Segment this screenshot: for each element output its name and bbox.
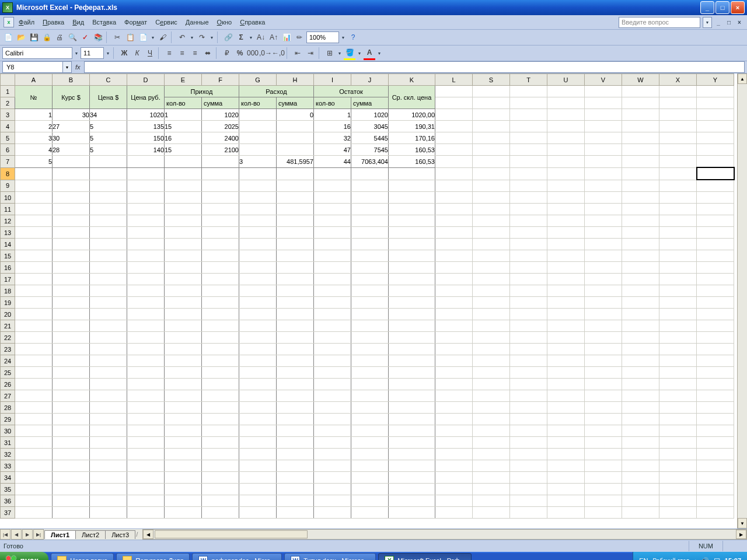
hyperlink-button[interactable]: 🔗	[222, 32, 234, 43]
redo-button[interactable]: ↷	[196, 32, 208, 43]
col-J[interactable]: J	[351, 74, 389, 86]
currency-button[interactable]: ₽	[221, 47, 233, 59]
print-preview-button[interactable]: 🔍	[67, 32, 78, 43]
zoom-dropdown[interactable]: ▼	[340, 36, 346, 40]
redo-dropdown[interactable]: ▼	[209, 36, 215, 40]
merge-center-button[interactable]: ⬌	[202, 47, 214, 59]
col-T[interactable]: T	[510, 74, 547, 86]
tab-nav-prev[interactable]: ◀	[11, 529, 22, 540]
menu-help[interactable]: Справка	[240, 19, 265, 26]
col-A[interactable]: A	[15, 74, 53, 86]
row-17[interactable]: 17	[1, 274, 15, 285]
sheet-tab-3[interactable]: Лист3	[105, 530, 135, 539]
col-E[interactable]: E	[165, 74, 202, 86]
hdr-rashod[interactable]: Расход	[239, 86, 314, 97]
help-search-dropdown[interactable]: ▼	[703, 17, 712, 28]
minimize-button[interactable]: _	[700, 1, 714, 14]
row-16[interactable]: 16	[1, 262, 15, 274]
col-W[interactable]: W	[622, 74, 659, 86]
row-36[interactable]: 36	[1, 495, 15, 507]
hdr-tsena-usd[interactable]: Цена $	[90, 86, 127, 109]
row-15[interactable]: 15	[1, 250, 15, 262]
col-D[interactable]: D	[127, 74, 165, 86]
workbook-icon[interactable]: x	[4, 17, 14, 27]
row-34[interactable]: 34	[1, 472, 15, 484]
name-box[interactable]: Y8	[2, 61, 63, 73]
borders-dropdown[interactable]: ▼	[337, 51, 343, 55]
row-1[interactable]: 1	[1, 86, 15, 97]
hdr-sklad[interactable]: Ср. скл. цена	[389, 86, 435, 109]
hdr-r-kolvo[interactable]: кол-во	[239, 97, 277, 109]
col-L[interactable]: L	[435, 74, 473, 86]
comma-button[interactable]: 000	[247, 47, 259, 59]
font-size-box[interactable]: 11	[81, 47, 104, 59]
scroll-left-button[interactable]: ◀	[143, 530, 153, 539]
increase-decimal-button[interactable]: ,0→	[260, 47, 271, 59]
scroll-right-button[interactable]: ▶	[736, 530, 746, 539]
col-X[interactable]: X	[659, 74, 697, 86]
align-left-button[interactable]: ≡	[163, 47, 175, 59]
zoom-box[interactable]: 100%	[306, 32, 339, 43]
close-button[interactable]: ×	[731, 1, 745, 14]
taskbar-item[interactable]: XMicrosoft Excel - Реф...	[378, 553, 472, 560]
col-B[interactable]: B	[53, 74, 90, 86]
col-G[interactable]: G	[239, 74, 277, 86]
undo-dropdown[interactable]: ▼	[189, 36, 195, 40]
taskbar-item[interactable]: Новая папка	[51, 553, 114, 560]
tab-nav-first[interactable]: |◀	[0, 529, 11, 540]
col-K[interactable]: K	[389, 74, 435, 86]
row-24[interactable]: 24	[1, 355, 15, 367]
menu-window[interactable]: Окно	[217, 19, 232, 26]
row-12[interactable]: 12	[1, 215, 15, 227]
sort-desc-button[interactable]: A↑	[268, 32, 280, 43]
taskbar-item[interactable]: Wреферат.doc - Micro...	[192, 553, 282, 560]
row-31[interactable]: 31	[1, 437, 15, 449]
research-button[interactable]: 📚	[92, 32, 104, 43]
horizontal-scrollbar[interactable]: ◀ ▶	[142, 529, 747, 540]
row-7[interactable]: 7	[1, 156, 15, 168]
vertical-scrollbar[interactable]: ▲ ▼	[737, 74, 747, 528]
hdr-o-kolvo[interactable]: кол-во	[314, 97, 351, 109]
active-cell[interactable]	[697, 167, 734, 180]
clock[interactable]: 15:07	[725, 557, 741, 560]
taskbar-item[interactable]: Попугаева Лиля	[116, 553, 190, 560]
row-14[interactable]: 14	[1, 239, 15, 250]
open-button[interactable]: 📂	[15, 32, 27, 43]
autosum-button[interactable]: Σ	[235, 32, 247, 43]
help-button[interactable]: ?	[347, 32, 359, 43]
increase-indent-button[interactable]: ⇥	[305, 47, 316, 59]
scroll-up-button[interactable]: ▲	[738, 74, 747, 84]
spelling-button[interactable]: ✓	[79, 32, 91, 43]
row-35[interactable]: 35	[1, 484, 15, 495]
name-box-dropdown[interactable]: ▼	[63, 61, 72, 73]
taskbar-item[interactable]: WТитул.docx - Microso...	[284, 553, 376, 560]
help-search-box[interactable]: Введите вопрос	[619, 17, 700, 28]
col-F[interactable]: F	[202, 74, 239, 86]
language-indicator[interactable]: EN	[639, 557, 648, 560]
paste-dropdown[interactable]: ▼	[150, 36, 156, 40]
hdr-tsena-rub[interactable]: Цена руб.	[127, 86, 165, 109]
maximize-button[interactable]: □	[715, 1, 729, 14]
row-22[interactable]: 22	[1, 332, 15, 344]
font-color-button[interactable]: A	[364, 47, 375, 60]
hdr-prihod[interactable]: Приход	[165, 86, 239, 97]
menu-data[interactable]: Данные	[186, 19, 209, 26]
col-Y[interactable]: Y	[697, 74, 734, 86]
hdr-p-summa[interactable]: сумма	[202, 97, 239, 109]
col-U[interactable]: U	[547, 74, 585, 86]
show-desktop[interactable]: Рабочий стол	[652, 558, 689, 561]
decrease-decimal-button[interactable]: ←,0	[273, 47, 284, 59]
row-6[interactable]: 6	[1, 144, 15, 156]
italic-button[interactable]: К	[131, 47, 143, 59]
col-H[interactable]: H	[277, 74, 314, 86]
row-11[interactable]: 11	[1, 204, 15, 215]
row-20[interactable]: 20	[1, 309, 15, 320]
sheet-tab-2[interactable]: Лист2	[75, 530, 106, 539]
row-23[interactable]: 23	[1, 344, 15, 355]
format-painter-button[interactable]: 🖌	[157, 32, 169, 43]
permission-button[interactable]: 🔒	[41, 32, 53, 43]
tab-nav-next[interactable]: ▶	[22, 529, 33, 540]
doc-minimize-button[interactable]: _	[714, 18, 722, 26]
chart-wizard-button[interactable]: 📊	[281, 32, 292, 43]
row-3[interactable]: 3	[1, 109, 15, 121]
